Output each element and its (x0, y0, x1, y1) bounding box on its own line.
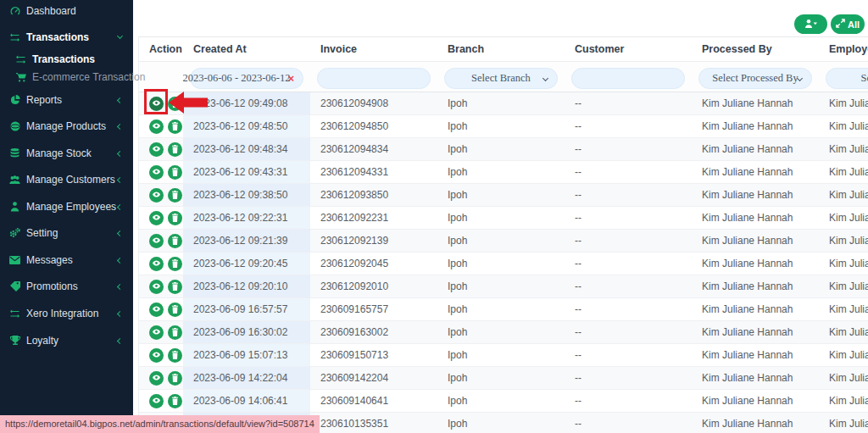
envelope-icon (8, 256, 21, 264)
view-button[interactable] (149, 325, 164, 340)
transactions-table: Action Created At Invoice Branch Custome… (138, 36, 868, 433)
customer-cell: -- (565, 115, 692, 137)
chevron-left-icon (117, 230, 123, 236)
delete-button[interactable] (168, 371, 182, 386)
branch-cell: Ipoh (437, 161, 565, 183)
product-icon (8, 121, 21, 131)
employee-filter-select[interactable]: Select Em (826, 68, 868, 89)
sidebar-item-manage-stock[interactable]: Manage Stock (0, 144, 133, 163)
processed-by-filter-select[interactable]: Select Processed By (698, 68, 812, 89)
eye-icon (152, 143, 161, 156)
invoice-filter-input[interactable] (318, 69, 430, 88)
delete-button[interactable] (168, 165, 182, 180)
view-button[interactable] (149, 142, 164, 157)
customer-filter (571, 68, 685, 89)
sidebar-item-promotions[interactable]: Promotions (0, 277, 133, 296)
employee-cell: Kim Juliane (819, 390, 868, 412)
employee-cell: Kim Juliane (819, 413, 868, 433)
employee-cell: Kim Juliane (819, 230, 868, 252)
view-button[interactable] (149, 165, 164, 180)
sidebar-item-reports[interactable]: Reports (0, 91, 133, 109)
user-icon (804, 19, 818, 31)
delete-button[interactable] (168, 394, 182, 408)
employee-cell: Kim Juliane (819, 184, 868, 206)
table-row: 2023-06-12 09:20:10 230612092010 Ipoh --… (139, 275, 868, 298)
sidebar-item-messages[interactable]: Messages (0, 251, 133, 269)
date-range-filter[interactable]: 2023-06-06 - 2023-06-12 × (190, 68, 303, 89)
branch-filter-select[interactable]: Select Branch (444, 68, 558, 89)
invoice-cell: 230609150713 (310, 344, 437, 366)
eye-icon (152, 166, 161, 179)
employee-cell: Kim Juliane (819, 298, 868, 320)
row-actions (139, 390, 183, 412)
table-body: 2023-06-12 09:49:08 230612094908 Ipoh --… (139, 92, 868, 433)
user-export-button[interactable] (794, 14, 827, 34)
sidebar-item-xero-integration[interactable]: Xero Integration (0, 304, 133, 323)
branch-cell: Ipoh (437, 344, 565, 366)
database-icon (8, 148, 21, 158)
view-button[interactable] (149, 188, 164, 203)
eye-icon (152, 326, 161, 339)
delete-button[interactable] (168, 188, 182, 203)
expand-icon (836, 19, 845, 30)
customer-cell: -- (565, 321, 692, 343)
customer-filter-input[interactable] (572, 69, 684, 88)
expand-all-button[interactable]: All (831, 14, 865, 34)
invoice-filter (317, 68, 431, 89)
trash-icon (171, 143, 179, 156)
created-at-cell: 2023-06-12 09:20:10 (183, 275, 310, 297)
view-button[interactable] (149, 211, 164, 225)
branch-cell: Ipoh (437, 298, 565, 320)
trash-icon (171, 280, 179, 293)
delete-button[interactable] (168, 142, 182, 157)
invoice-cell: 230609142204 (310, 367, 437, 389)
sidebar-item-manage-products[interactable]: Manage Products (0, 117, 133, 136)
row-actions (139, 275, 183, 297)
view-button[interactable] (149, 119, 164, 134)
sidebar-item-transactions[interactable]: Transactions (0, 28, 133, 47)
delete-button[interactable] (168, 234, 182, 248)
chevron-left-icon (117, 257, 123, 263)
trash-icon (171, 97, 179, 110)
view-button[interactable] (149, 303, 164, 317)
delete-button[interactable] (168, 348, 182, 363)
view-button[interactable] (149, 371, 164, 386)
sidebar-subitem-transactions[interactable]: Transactions (0, 50, 133, 69)
view-button[interactable] (149, 348, 164, 363)
branch-cell: Ipoh (437, 390, 565, 412)
delete-button[interactable] (168, 257, 182, 271)
row-actions (139, 344, 183, 366)
trash-icon (171, 349, 179, 362)
employee-cell: Kim Juliane (819, 115, 868, 137)
sidebar-item-label: Messages (26, 254, 73, 266)
table-row: 2023-06-12 09:48:50 230612094850 Ipoh --… (139, 115, 868, 138)
delete-button[interactable] (168, 280, 182, 294)
view-button[interactable] (149, 280, 164, 294)
sidebar-subitem-ecommerce-transaction[interactable]: E-commerce Transaction (0, 68, 133, 86)
sidebar-item-setting[interactable]: Setting (0, 224, 133, 242)
branch-cell: Ipoh (437, 413, 565, 433)
view-button[interactable] (149, 257, 164, 271)
delete-button[interactable] (168, 97, 182, 111)
customer-cell: -- (565, 344, 692, 366)
delete-button[interactable] (168, 211, 182, 225)
table-row: 2023-06-12 09:22:31 230612092231 Ipoh --… (139, 207, 868, 230)
invoice-cell: 230612093850 (310, 184, 437, 206)
sidebar-item-manage-employees[interactable]: Manage Employees (0, 197, 133, 216)
delete-button[interactable] (168, 119, 182, 134)
sidebar-item-loyalty[interactable]: Loyalty (0, 331, 133, 350)
view-button[interactable] (149, 394, 164, 408)
clear-date-filter-icon[interactable]: × (287, 72, 294, 85)
sidebar-item-dashboard[interactable]: Dashboard (0, 2, 133, 20)
column-header-employee: Employee, (819, 37, 868, 61)
eye-icon (152, 189, 161, 202)
sidebar-item-label: Manage Employees (26, 201, 116, 213)
processed-by-cell: Kim Juliane Hannah (692, 115, 819, 137)
delete-button[interactable] (168, 303, 182, 317)
trash-icon (171, 372, 179, 385)
invoice-cell: 230612094850 (310, 115, 437, 137)
view-button[interactable] (149, 97, 164, 111)
view-button[interactable] (149, 234, 164, 248)
delete-button[interactable] (168, 325, 182, 340)
sidebar-item-manage-customers[interactable]: Manage Customers (0, 170, 133, 189)
